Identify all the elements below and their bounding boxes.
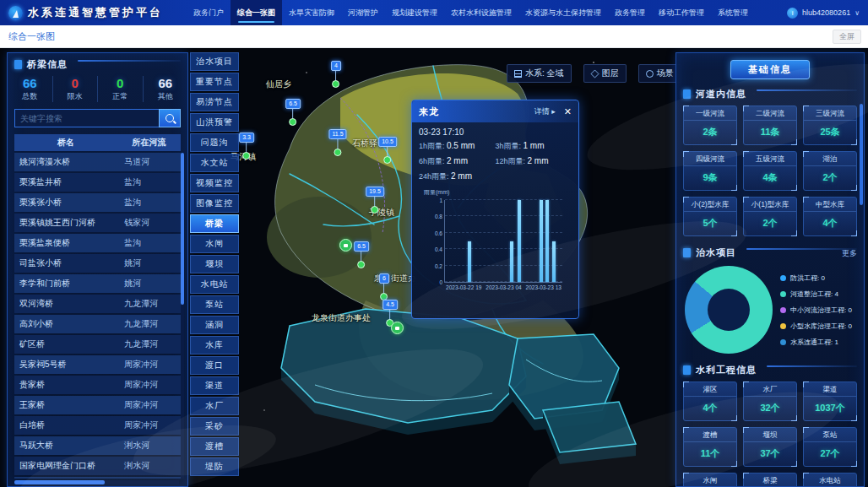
layer-item[interactable]: 图像监控 [190, 194, 239, 213]
nav-item[interactable]: 政务门户 [187, 0, 231, 25]
table-row[interactable]: 姚河湾漫水桥马道河 [14, 153, 181, 171]
layer-item[interactable]: 渠道 [190, 376, 239, 395]
layer-item[interactable]: 堤防 [190, 457, 239, 476]
nav-item[interactable]: 移动工作管理 [652, 0, 711, 25]
table-row[interactable]: 白培桥周家冲河 [14, 416, 181, 435]
basic-info-button[interactable]: 基础信息 [730, 60, 810, 79]
camera-icon[interactable] [339, 239, 352, 252]
table-row[interactable]: 栗溪盐井桥盐沟 [14, 173, 181, 192]
marker-dot [334, 149, 341, 156]
layer-item[interactable]: 渡槽 [190, 437, 239, 456]
stat-cell-value: 2个 [804, 166, 856, 190]
layer-item[interactable]: 水库 [190, 336, 239, 354]
legend-label: 防洪工程: 0 [790, 273, 825, 283]
detail-link[interactable]: 详情 ▸ [534, 106, 556, 117]
table-row[interactable]: 吴家祠5号桥周家冲河 [14, 355, 181, 374]
river-name-cell: 九龙潭河 [117, 315, 181, 333]
table-row[interactable]: 双河湾桥九龙潭河 [14, 295, 181, 313]
layer-item[interactable]: 水文站 [190, 154, 239, 172]
search-button[interactable] [159, 109, 181, 127]
nav-item[interactable]: 规划建设管理 [385, 0, 444, 25]
layer-item[interactable]: 水厂 [190, 397, 239, 415]
close-icon[interactable]: ✕ [564, 107, 572, 116]
layer-item[interactable]: 问题沟 [190, 133, 239, 152]
layer-item[interactable]: 堰坝 [190, 255, 239, 273]
legend-dot-icon [780, 307, 786, 313]
layer-item[interactable]: 泵站 [190, 295, 239, 314]
rainfall-metric: 12h雨量: 2 mm [496, 156, 572, 167]
layer-item[interactable]: 易涝节点 [190, 93, 239, 111]
layer-item[interactable]: 水闸 [190, 235, 239, 253]
map-marker[interactable]: 11.5 [328, 129, 346, 156]
table-row[interactable]: 高刘小桥九龙潭河 [14, 315, 181, 333]
chevron-down-icon[interactable]: ∨ [854, 9, 860, 17]
map-marker[interactable]: 4 [331, 61, 341, 88]
bridge-name-cell: 王家桥 [14, 396, 117, 414]
more-link[interactable]: 更多 [842, 248, 857, 259]
marker-value: 6 [379, 273, 389, 284]
map-marker[interactable]: 6.5 [354, 241, 369, 268]
map-marker[interactable]: 10.5 [378, 137, 397, 164]
logo-sail-icon [8, 6, 23, 20]
table-row[interactable]: 栗溪镇姚王西门河桥钱家河 [14, 214, 181, 232]
station-popup: 来龙 详情 ▸ ✕ 03-23 17:10 1h雨量: 0.5 mm3h雨量: … [411, 100, 579, 319]
layer-item[interactable]: 涵洞 [190, 316, 239, 334]
marker-value: 11.5 [328, 129, 346, 139]
map-marker[interactable]: 19.5 [366, 187, 384, 214]
layer-item[interactable]: 重要节点 [190, 73, 239, 91]
table-row[interactable]: 矿区桥九龙潭河 [14, 335, 181, 354]
search-icon [165, 114, 174, 122]
chart-bar [510, 241, 513, 283]
map-marker[interactable]: 3.3 [239, 133, 254, 160]
breadcrumb[interactable]: 综合一张图 [0, 30, 55, 43]
y-tick-label: 0.6 [435, 230, 442, 235]
stat-cell-value: 11个 [684, 442, 736, 466]
nav-item[interactable]: 系统管理 [711, 0, 755, 25]
layer-item[interactable]: 治水项目 [190, 52, 239, 71]
layer-item[interactable]: 视频监控 [190, 174, 239, 192]
user-avatar[interactable]: i [787, 8, 798, 19]
table-row[interactable]: 马跃大桥浰水河 [14, 436, 181, 455]
nav-item[interactable]: 水旱灾害防御 [282, 0, 341, 25]
vertical-scrollbar[interactable] [860, 104, 863, 205]
stat-cell-value: 2个 [744, 212, 796, 235]
column-header-river: 所在河流 [117, 134, 181, 151]
stat-label: 总数 [8, 91, 52, 102]
legend-item: 防洪工程: 0 [780, 273, 852, 283]
table-row[interactable]: 国家电网理金门口桥浰水河 [14, 457, 181, 475]
table-row[interactable]: 栗溪张小桥盐沟 [14, 193, 181, 212]
fullscreen-button[interactable]: 全屏 [833, 30, 861, 44]
nav-item[interactable]: 综合一张图 [231, 0, 282, 25]
map-control[interactable]: 水系: 全域 [507, 64, 572, 83]
layer-menu: 治水项目重要节点易涝节点山洪预警问题沟水文站视频监控图像监控桥梁水闸堰坝水电站泵… [190, 52, 239, 487]
table-row[interactable]: 王家桥周家冲河 [14, 396, 181, 414]
horizontal-scrollbar[interactable] [14, 480, 179, 484]
map-control[interactable]: 图层 [583, 64, 627, 83]
stat-cell: 水厂32个 [743, 381, 797, 421]
nav-item[interactable]: 政务管理 [608, 0, 652, 25]
table-row[interactable]: 栗溪盐泉便桥盐沟 [14, 234, 181, 252]
camera-icon[interactable] [391, 322, 404, 334]
map-canvas[interactable]: 仙居乡马河镇石桥驿镇子陵镇泉口街道办龙泉街道办事处46.53.311.510.5… [0, 47, 868, 487]
map-control[interactable]: 场景 [638, 64, 681, 83]
layer-item[interactable]: 山洪预警 [190, 113, 239, 132]
map-marker[interactable]: 6.5 [285, 99, 301, 126]
user-area[interactable]: i hlub42080261 ∨ [787, 8, 868, 19]
layer-item[interactable]: 水电站 [190, 275, 239, 294]
map-marker[interactable]: 6 [379, 273, 389, 300]
table-row[interactable]: 司盐张小桥姚河 [14, 254, 181, 273]
stat-cell: 堰坝37个 [743, 427, 797, 467]
search-input[interactable] [14, 109, 159, 127]
layer-item[interactable]: 渡口 [190, 356, 239, 375]
table-row[interactable]: 贵家桥周家冲河 [14, 376, 181, 394]
bridge-name-cell: 司盐张小桥 [14, 254, 117, 273]
table-row[interactable]: 象河水坝桥浰水河 [14, 477, 181, 479]
nav-item[interactable]: 河湖管护 [341, 0, 385, 25]
table-row[interactable]: 李学和门前桥姚河 [14, 274, 181, 293]
layer-item[interactable]: 桥梁 [190, 214, 239, 233]
nav-item[interactable]: 农村水利设施管理 [444, 0, 518, 25]
nav-item[interactable]: 水资源与水土保持管理 [518, 0, 608, 25]
vertical-scrollbar[interactable] [181, 153, 184, 479]
layer-item[interactable]: 采砂 [190, 417, 239, 436]
popup-title: 来龙 [419, 106, 439, 118]
